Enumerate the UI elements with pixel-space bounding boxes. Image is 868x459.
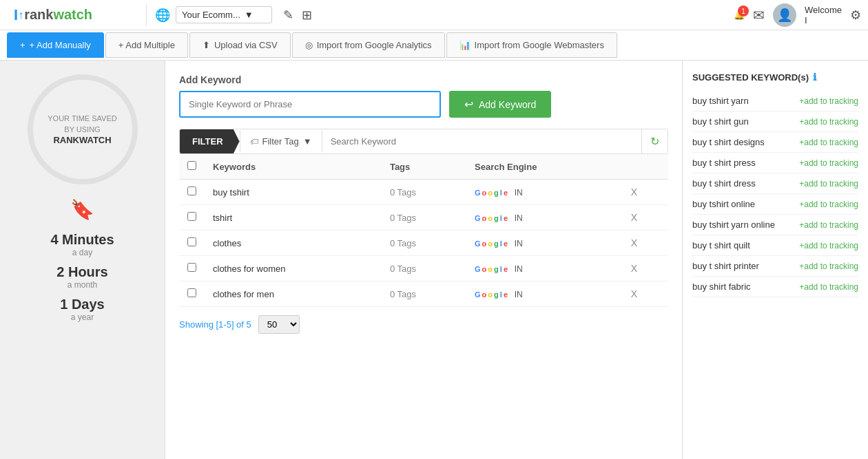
suggested-item: buy tshirt yarn online +add to tracking — [692, 215, 858, 235]
filter-bar: FILTER 🏷 Filter Tag ▼ ↻ — [179, 129, 668, 154]
row-checkbox-4[interactable] — [187, 288, 196, 297]
add-tracking-link-9[interactable]: +add to tracking — [799, 282, 858, 292]
chevron-down-icon: ▼ — [245, 10, 254, 20]
refresh-icon[interactable]: ↻ — [641, 129, 668, 153]
remove-keyword-button[interactable]: X — [631, 212, 637, 223]
suggested-item: buy t shirt press +add to tracking — [692, 153, 858, 173]
row-checkbox-3[interactable] — [187, 263, 196, 272]
add-arrow-icon: ↩ — [464, 98, 473, 111]
row-checkbox-cell — [179, 231, 205, 256]
tab-upload-csv[interactable]: ⬆ Upload via CSV — [189, 32, 291, 58]
remove-keyword-button[interactable]: X — [631, 288, 637, 299]
circle-text-line1: YOUR TIME SAVED — [48, 114, 116, 124]
add-tracking-link-4[interactable]: +add to tracking — [799, 179, 858, 189]
add-tracking-link-0[interactable]: +add to tracking — [799, 96, 858, 106]
row-checkbox-0[interactable] — [187, 186, 196, 195]
suggested-item: buy tshirt yarn +add to tracking — [692, 91, 858, 111]
logo-rank-text: rank — [24, 7, 53, 23]
webmasters-icon: 📊 — [459, 40, 471, 50]
row-tags: 0 Tags — [382, 231, 466, 256]
mail-icon[interactable]: ✉ — [753, 7, 765, 23]
per-page-select[interactable]: 50 25 100 — [258, 315, 300, 334]
remove-keyword-button[interactable]: X — [631, 186, 637, 198]
gear-icon[interactable]: ⚙ — [850, 8, 861, 23]
row-keyword: clothes for women — [205, 256, 382, 281]
upload-icon: ⬆ — [203, 40, 210, 50]
row-remove: X — [623, 256, 668, 281]
suggested-panel: SUGGESTED KEYWORD(s) ℹ buy tshirt yarn +… — [682, 61, 868, 459]
logo: I ↑ rank watch — [7, 6, 138, 24]
google-icon: Google — [475, 189, 508, 197]
logo-watch-text: watch — [53, 7, 92, 23]
row-checkbox-1[interactable] — [187, 212, 196, 221]
add-tracking-link-2[interactable]: +add to tracking — [799, 138, 858, 147]
site-selector[interactable]: Your Ecomm... ▼ — [176, 6, 272, 23]
edit-icon[interactable]: ✎ — [283, 8, 293, 23]
top-bar-action-icons: ✎ ⊞ — [283, 8, 312, 23]
layout-icon[interactable]: ⊞ — [302, 8, 312, 23]
suggested-keyword-2: buy t shirt designs — [692, 137, 765, 147]
globe-icon[interactable]: 🌐 — [155, 8, 170, 23]
row-checkbox-cell — [179, 205, 205, 231]
top-bar-right: 🔔 1 ✉ 👤 Welcome I ⚙ — [734, 3, 861, 27]
add-tracking-link-1[interactable]: +add to tracking — [799, 117, 858, 127]
add-tracking-link-3[interactable]: +add to tracking — [799, 158, 858, 168]
table-row: clothes for men 0 Tags Google IN X — [179, 281, 668, 307]
sidebar: YOUR TIME SAVED BY USING RANKWATCH 🔖 4 M… — [0, 61, 165, 459]
suggested-keyword-4: buy t shirt dress — [692, 178, 756, 189]
stat-days-unit: a year — [60, 312, 105, 322]
suggested-item: buy t shirt dress +add to tracking — [692, 173, 858, 194]
col-actions — [623, 154, 668, 180]
main-layout: YOUR TIME SAVED BY USING RANKWATCH 🔖 4 M… — [0, 61, 868, 459]
remove-keyword-button[interactable]: X — [631, 237, 637, 248]
engine-region: IN — [515, 264, 523, 274]
keyword-input[interactable] — [179, 91, 441, 118]
select-all-checkbox[interactable] — [187, 161, 196, 170]
table-row: clothes 0 Tags Google IN X — [179, 231, 668, 256]
suggested-keyword-7: buy t shirt quilt — [692, 240, 750, 250]
google-icon: Google — [475, 290, 508, 299]
avatar-icon: 👤 — [777, 8, 792, 23]
row-remove: X — [623, 205, 668, 231]
suggested-item: buy t shirt printer +add to tracking — [692, 256, 858, 277]
suggested-keyword-5: buy tshirt online — [692, 199, 755, 209]
stat-minutes-unit: a day — [50, 248, 114, 257]
col-checkbox — [179, 154, 205, 180]
tab-add-multiple[interactable]: + Add Multiple — [105, 32, 188, 58]
welcome-text: Welcome I — [805, 5, 842, 25]
add-tracking-link-5[interactable]: +add to tracking — [799, 200, 858, 209]
search-keyword-input[interactable] — [322, 131, 641, 152]
filter-tag-button[interactable]: 🏷 Filter Tag ▼ — [240, 131, 322, 152]
stat-days-value: 1 Days — [60, 297, 105, 312]
add-keyword-button[interactable]: ↩ Add Keyword — [449, 91, 551, 118]
table-row: tshirt 0 Tags Google IN X — [179, 205, 668, 231]
notification-bell[interactable]: 🔔 1 — [734, 10, 745, 20]
remove-keyword-button[interactable]: X — [631, 263, 637, 274]
table-row: clothes for women 0 Tags Google IN X — [179, 256, 668, 281]
table-header-row: Keywords Tags Search Engine — [179, 154, 668, 180]
tab-import-analytics[interactable]: ◎ Import from Google Analytics — [292, 32, 445, 58]
tab-add-manually[interactable]: + + Add Manually — [7, 32, 104, 58]
avatar[interactable]: 👤 — [773, 3, 796, 27]
filter-button[interactable]: FILTER — [180, 129, 240, 153]
time-stat-days: 1 Days a year — [60, 297, 105, 322]
suggested-list: buy tshirt yarn +add to tracking buy t s… — [692, 91, 858, 297]
row-tags: 0 Tags — [382, 281, 466, 307]
divider — [146, 5, 147, 25]
engine-region: IN — [515, 239, 523, 248]
row-keyword: clothes for men — [205, 281, 382, 307]
add-tracking-link-7[interactable]: +add to tracking — [799, 241, 858, 250]
info-icon[interactable]: ℹ — [813, 72, 816, 83]
add-tracking-link-6[interactable]: +add to tracking — [799, 220, 858, 230]
tab-import-webmasters[interactable]: 📊 Import from Google Webmasters — [446, 32, 617, 58]
filter-tag-chevron-icon: ▼ — [303, 136, 312, 147]
add-tracking-link-8[interactable]: +add to tracking — [799, 261, 858, 271]
plus-icon: + — [20, 40, 25, 50]
stat-minutes-value: 4 Minutes — [50, 232, 114, 248]
suggested-title: SUGGESTED KEYWORD(s) ℹ — [692, 72, 858, 83]
suggested-item: buy t shirt gun +add to tracking — [692, 111, 858, 132]
col-tags: Tags — [382, 154, 466, 180]
row-checkbox-2[interactable] — [187, 237, 196, 246]
stat-hours-value: 2 Hours — [56, 264, 107, 280]
suggested-keyword-0: buy tshirt yarn — [692, 96, 749, 106]
